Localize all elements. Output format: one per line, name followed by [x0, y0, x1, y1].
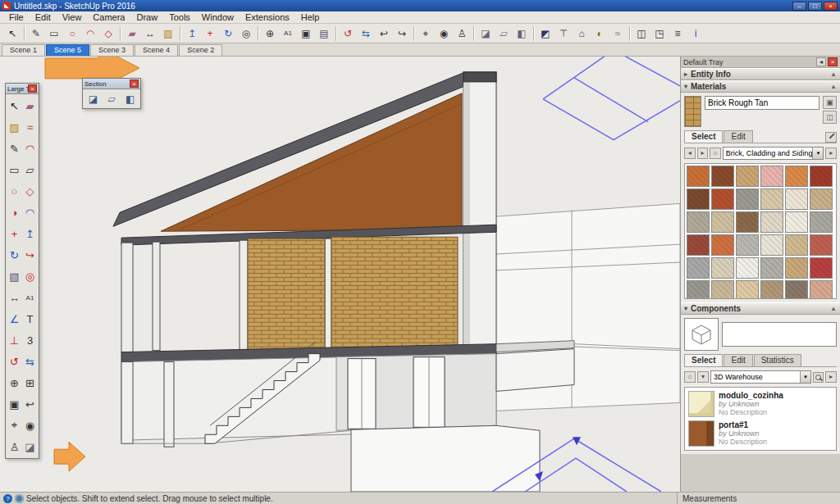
arc-icon[interactable]: ◠: [81, 25, 99, 42]
display-section-planes-icon[interactable]: ▱: [103, 91, 121, 107]
material-swatch[interactable]: [687, 234, 710, 256]
menu-edit[interactable]: Edit: [30, 11, 57, 24]
details-button[interactable]: ▸: [825, 148, 837, 159]
material-swatch[interactable]: [687, 257, 710, 279]
in-model-icon[interactable]: ⌂: [684, 371, 696, 383]
material-swatch[interactable]: [810, 280, 833, 299]
section-plane-icon[interactable]: ◪: [22, 436, 38, 457]
section-toolbar-palette[interactable]: Section × ◪▱◧: [82, 78, 141, 109]
menu-window[interactable]: Window: [196, 11, 240, 24]
tab-scene-1[interactable]: Scene 1: [2, 44, 45, 56]
material-swatch[interactable]: [711, 234, 734, 256]
material-swatch[interactable]: [810, 257, 833, 279]
measurements-input[interactable]: [742, 493, 815, 503]
look-around-icon[interactable]: ◉: [435, 25, 453, 42]
rotated-rectangle-icon[interactable]: ▱: [22, 159, 38, 180]
eraser-icon[interactable]: ▰: [22, 95, 38, 116]
paint-bucket-icon[interactable]: ▨: [7, 116, 22, 138]
material-swatch[interactable]: [785, 188, 808, 210]
next-view-icon[interactable]: ↪: [393, 25, 411, 42]
position-camera-icon[interactable]: ⌖: [7, 415, 22, 436]
search-icon[interactable]: [813, 372, 824, 383]
display-section-cuts-icon[interactable]: ◧: [121, 91, 139, 107]
tab-select[interactable]: Select: [684, 130, 723, 143]
material-swatch[interactable]: [736, 211, 759, 233]
list-item[interactable]: modulo_cozinha by Unknown No Description: [687, 389, 834, 419]
axes-icon[interactable]: ⊥: [7, 329, 22, 351]
polygon-icon[interactable]: ◇: [99, 25, 117, 42]
material-swatch[interactable]: [785, 166, 808, 187]
menu-help[interactable]: Help: [295, 11, 326, 24]
material-swatch[interactable]: [687, 166, 710, 187]
material-swatch[interactable]: [711, 188, 734, 210]
material-swatch[interactable]: [711, 211, 734, 233]
material-swatch[interactable]: [810, 188, 833, 210]
home-icon[interactable]: ⌂: [710, 148, 721, 159]
components-source-dropdown[interactable]: 3D Warehouse ▾: [710, 370, 811, 384]
close-tray-button[interactable]: ×: [828, 57, 838, 66]
materials-panel-header[interactable]: ▾ Materials ▴: [681, 80, 840, 93]
secondary-pane-button[interactable]: ◫: [823, 111, 837, 124]
circle-icon[interactable]: ○: [7, 180, 22, 202]
material-swatch[interactable]: [785, 257, 808, 279]
text-icon[interactable]: T: [22, 308, 38, 329]
material-swatch[interactable]: [711, 280, 734, 299]
material-swatch[interactable]: [810, 166, 833, 187]
material-swatch[interactable]: [687, 211, 710, 233]
zoom-icon[interactable]: ⊕: [7, 372, 22, 393]
tape-measure-icon[interactable]: ↔: [7, 287, 22, 308]
dimension-icon[interactable]: A1: [22, 287, 38, 308]
tab-statistics[interactable]: Statistics: [754, 354, 801, 366]
material-swatch[interactable]: [687, 280, 710, 299]
material-name-input[interactable]: [705, 96, 819, 110]
zoom-icon[interactable]: ⊕: [261, 25, 279, 42]
offset-icon[interactable]: ◎: [22, 266, 38, 287]
large-tool-set-palette[interactable]: Large T... × ↖▰▨≈✎◠▭▱○◇◑◠+↥↻↪▧◎↔A1∠T⊥3↺⇆…: [5, 83, 39, 459]
material-swatch[interactable]: [736, 188, 759, 210]
iso-view-icon[interactable]: ◩: [536, 25, 555, 42]
menu-camera[interactable]: Camera: [87, 11, 130, 24]
menu-tools[interactable]: Tools: [163, 11, 196, 24]
shadows-icon[interactable]: ◐: [591, 25, 609, 42]
rotate-icon[interactable]: ↻: [7, 244, 22, 266]
front-view-icon[interactable]: ⌂: [573, 25, 591, 42]
pan-icon[interactable]: ⇆: [22, 351, 38, 372]
zoom-extents-icon[interactable]: ▣: [7, 393, 22, 415]
push-pull-icon[interactable]: ↥: [183, 25, 201, 42]
close-button[interactable]: ×: [824, 2, 838, 11]
palette-title-bar[interactable]: Section ×: [83, 79, 140, 89]
previous-view-icon[interactable]: ↩: [375, 25, 393, 42]
dimension-icon[interactable]: A1: [279, 25, 297, 42]
material-swatch[interactable]: [810, 234, 833, 256]
tab-scene-2[interactable]: Scene 2: [179, 44, 222, 56]
entity-info-panel-header[interactable]: ▸ Entity Info ▴: [681, 68, 840, 80]
geolocation-icon[interactable]: [15, 494, 24, 503]
select-icon[interactable]: ↖: [7, 95, 22, 116]
create-material-button[interactable]: ▣: [823, 96, 837, 109]
orbit-icon[interactable]: ↺: [7, 351, 22, 372]
material-swatch[interactable]: [736, 234, 759, 256]
tab-scene-3[interactable]: Scene 3: [90, 44, 134, 56]
pan-icon[interactable]: ⇆: [357, 25, 375, 42]
walk-icon[interactable]: ♙: [7, 436, 22, 457]
material-swatch[interactable]: [736, 257, 759, 279]
material-swatch[interactable]: [711, 166, 734, 187]
display-section-planes-icon[interactable]: ▱: [495, 25, 513, 42]
rectangle-icon[interactable]: ▭: [7, 159, 22, 180]
materials-collection-dropdown[interactable]: Brick, Cladding and Siding ▾: [723, 147, 824, 160]
tab-scene-5[interactable]: Scene 5: [46, 44, 89, 56]
orbit-icon[interactable]: ↺: [339, 25, 357, 42]
two-point-arc-icon[interactable]: ◠: [22, 202, 38, 223]
model-info-icon[interactable]: i: [687, 25, 705, 42]
polygon-icon[interactable]: ◇: [22, 180, 38, 202]
paint-bucket-icon[interactable]: ▨: [159, 25, 177, 42]
look-around-icon[interactable]: ◉: [22, 415, 38, 436]
help-icon[interactable]: ?: [3, 494, 12, 503]
roll-up-icon[interactable]: ▴: [830, 305, 837, 312]
previous-view-icon[interactable]: ↩: [22, 393, 38, 415]
section-plane-icon[interactable]: ◪: [84, 91, 102, 107]
menu-extensions[interactable]: Extensions: [240, 11, 295, 24]
make-component-icon[interactable]: ◫: [632, 25, 651, 42]
material-swatch[interactable]: [760, 257, 783, 279]
tab-edit[interactable]: Edit: [724, 130, 752, 143]
